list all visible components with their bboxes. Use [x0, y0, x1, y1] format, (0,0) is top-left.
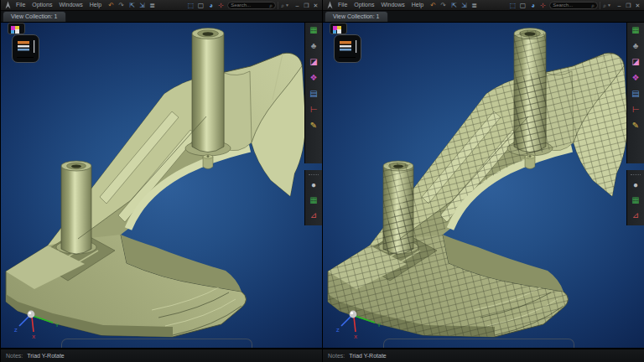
- search-options-button[interactable]: ⌕ ▼: [600, 2, 614, 9]
- menu-options[interactable]: Options: [351, 0, 377, 10]
- new-page-icon[interactable]: ▢: [518, 1, 527, 10]
- toolbar-grip[interactable]: [631, 174, 641, 177]
- panels-icon[interactable]: ▤: [631, 88, 641, 99]
- export-image-icon[interactable]: ⇲: [138, 1, 147, 10]
- measure-icon[interactable]: ⊢: [631, 104, 641, 115]
- axis-snap-icon[interactable]: ⊿: [309, 209, 319, 220]
- magnifier-icon[interactable]: ⌕: [269, 2, 273, 9]
- axes-tool-icon[interactable]: ⊹: [538, 1, 548, 10]
- menu-help[interactable]: Help: [86, 0, 105, 10]
- search-box[interactable]: ⌕: [549, 2, 598, 9]
- menu-file[interactable]: File: [13, 0, 29, 10]
- screenshot-icon[interactable]: ⇱: [449, 1, 459, 10]
- redo-icon[interactable]: ↷: [117, 1, 126, 10]
- view-collection-thumbnail[interactable]: [330, 23, 347, 34]
- app-logo-icon: [325, 1, 335, 10]
- measure-icon[interactable]: ⊢: [309, 104, 319, 115]
- model-geometry: [6, 28, 305, 338]
- caret-down-icon: ▼: [607, 2, 611, 9]
- close-button[interactable]: ✕: [312, 1, 319, 10]
- desktop: FileOptionsWindowsHelp ↶↷ ⇱⇲≣ ⬚▢◕⊹ ⌕ ⌕ ▼…: [0, 0, 644, 362]
- maximize-button[interactable]: ❐: [625, 1, 632, 10]
- minimize-button[interactable]: –: [293, 1, 301, 10]
- axis-triad[interactable]: Y X Z: [335, 306, 385, 341]
- eraser-icon[interactable]: ◪: [309, 56, 319, 67]
- search-box[interactable]: ⌕: [227, 2, 276, 9]
- primitives-icon[interactable]: ❖: [309, 72, 319, 83]
- menu-windows[interactable]: Windows: [377, 0, 408, 10]
- minimize-button[interactable]: –: [615, 1, 623, 10]
- mesh-generate-icon[interactable]: ▦: [309, 24, 319, 35]
- mesh-quality-icon[interactable]: ▦: [309, 194, 319, 205]
- menu-bar: FileOptionsWindowsHelp ↶↷ ⇱⇲≣ ⬚▢◕⊹ ⌕ ⌕ ▼…: [1, 0, 322, 11]
- document-toolbar: ⇱⇲≣: [449, 1, 479, 10]
- right-toolbar-top: ▦♣◪❖▤⊢✎: [304, 23, 322, 163]
- pane-meshed-model: FileOptionsWindowsHelp ↶↷ ⇱⇲≣ ⬚▢◕⊹ ⌕ ⌕ ▼…: [322, 0, 644, 362]
- orbit-view-icon[interactable]: ◕: [206, 1, 216, 10]
- search-options-button[interactable]: ⌕ ▼: [278, 2, 292, 9]
- undo-icon[interactable]: ↶: [428, 1, 438, 10]
- geometry-tree-icon[interactable]: ♣: [631, 40, 641, 51]
- cad-model[interactable]: [323, 23, 644, 349]
- viewport-3d[interactable]: ▦♣◪❖▤⊢✎ ●▦⊿ Y X Z: [323, 23, 644, 349]
- view-toolbar: ⬚▢◕⊹: [508, 1, 548, 10]
- menu-file[interactable]: File: [335, 0, 351, 10]
- collapsed-command-panel[interactable]: [61, 339, 252, 348]
- menu-options[interactable]: Options: [29, 0, 55, 10]
- redo-icon[interactable]: ↷: [439, 1, 448, 10]
- geometry-tree-icon[interactable]: ♣: [309, 40, 319, 51]
- toolbar-grip[interactable]: [309, 174, 319, 177]
- pane-solid-model: FileOptionsWindowsHelp ↶↷ ⇱⇲≣ ⬚▢◕⊹ ⌕ ⌕ ▼…: [0, 0, 322, 362]
- annotate-icon[interactable]: ✎: [631, 120, 641, 131]
- axis-snap-icon[interactable]: ⊿: [631, 209, 641, 220]
- screenshot-icon[interactable]: ⇱: [127, 1, 137, 10]
- undo-icon[interactable]: ↶: [106, 1, 116, 10]
- status-value: Triad Y-Rotate: [27, 353, 65, 359]
- view-preset-button[interactable]: [334, 34, 361, 63]
- panels-icon[interactable]: ▤: [309, 88, 319, 99]
- sphere-view-icon[interactable]: ●: [309, 179, 319, 190]
- sphere-view-icon[interactable]: ●: [631, 179, 641, 190]
- primitives-icon[interactable]: ❖: [631, 72, 641, 83]
- mesh-quality-icon[interactable]: ▦: [631, 194, 641, 205]
- axis-triad[interactable]: Y X Z: [13, 306, 63, 341]
- triad-x-label: X: [354, 334, 357, 339]
- annotate-icon[interactable]: ✎: [309, 120, 319, 131]
- triad-x-label: X: [32, 334, 35, 339]
- tab-view-collection[interactable]: View Collection: 1: [3, 11, 66, 22]
- list-panel-icon[interactable]: ≣: [470, 1, 479, 10]
- triad-origin-sphere: [28, 311, 35, 318]
- mesh-generate-icon[interactable]: ▦: [631, 24, 641, 35]
- collapsed-command-panel[interactable]: [383, 339, 574, 348]
- app-logo-icon: [3, 1, 13, 10]
- menu-windows[interactable]: Windows: [55, 0, 86, 10]
- search-input[interactable]: [553, 3, 591, 8]
- eraser-icon[interactable]: ◪: [631, 56, 641, 67]
- orbit-view-icon[interactable]: ◕: [528, 1, 538, 10]
- search-input[interactable]: [231, 3, 269, 8]
- export-image-icon[interactable]: ⇲: [460, 1, 469, 10]
- cad-model[interactable]: [1, 23, 322, 349]
- tab-bar: View Collection: 1: [323, 11, 644, 23]
- window-controls: –❐✕: [615, 1, 641, 10]
- status-label: Notes:: [328, 353, 345, 359]
- caret-down-icon: ▼: [285, 2, 289, 9]
- tab-view-collection[interactable]: View Collection: 1: [325, 11, 388, 22]
- axes-tool-icon[interactable]: ⊹: [216, 1, 226, 10]
- menu-items: FileOptionsWindowsHelp: [335, 0, 427, 10]
- triad-y-label: Y: [377, 323, 381, 328]
- tab-bar: View Collection: 1: [1, 11, 322, 23]
- status-bar: Notes: Triad Y-Rotate: [323, 349, 644, 362]
- viewport-3d[interactable]: ▦♣◪❖▤⊢✎ ●▦⊿ Y X Z: [1, 23, 322, 349]
- select-box-icon[interactable]: ⬚: [508, 1, 517, 10]
- new-page-icon[interactable]: ▢: [196, 1, 205, 10]
- history-toolbar: ↶↷: [428, 1, 448, 10]
- maximize-button[interactable]: ❐: [303, 1, 310, 10]
- view-collection-thumbnail[interactable]: [8, 23, 25, 34]
- list-panel-icon[interactable]: ≣: [148, 1, 157, 10]
- close-button[interactable]: ✕: [634, 1, 641, 10]
- menu-help[interactable]: Help: [408, 0, 427, 10]
- view-preset-button[interactable]: [12, 34, 39, 63]
- magnifier-icon[interactable]: ⌕: [591, 2, 595, 9]
- select-box-icon[interactable]: ⬚: [186, 1, 195, 10]
